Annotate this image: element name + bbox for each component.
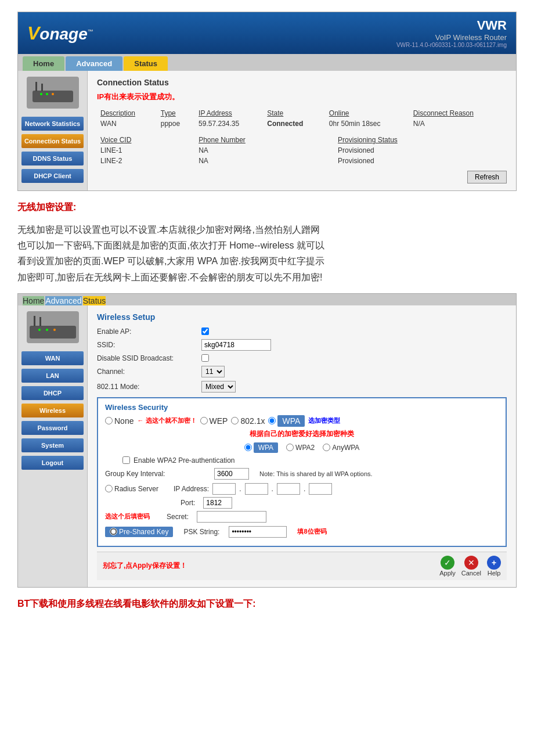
mode-label: 802.11 Mode:: [97, 383, 201, 391]
wireless-nav: Home Advanced Status: [18, 294, 516, 305]
ip-input-3[interactable]: [277, 483, 300, 495]
cell-pppoe: pppoe: [157, 118, 195, 129]
apply-label: Apply: [439, 570, 456, 577]
voice-row-1: LINE-1 NA Provisioned: [97, 145, 507, 156]
router-body: Network Statistics Connection Status DDN…: [18, 71, 516, 190]
radio-anywpa[interactable]: AnyWPA: [323, 444, 359, 452]
ip-address-label: IP Address:: [174, 485, 209, 493]
encryption-row: None ← 选这个就不加密！ WEP 802.1x: [105, 415, 499, 427]
tab-status[interactable]: Status: [124, 56, 168, 71]
sidebar-lan[interactable]: LAN: [21, 369, 84, 383]
wireless-body: WAN LAN DHCP Wireless Password System Lo…: [18, 305, 516, 587]
voice-col-cid: Voice CID: [97, 135, 195, 145]
port-label: Port:: [181, 499, 195, 507]
w-tab-home[interactable]: Home: [23, 296, 44, 305]
router-panel-1: Vonage™ VWR VoIP Wireless Router VWR-11.…: [17, 12, 517, 191]
svg-point-4: [46, 93, 48, 95]
wpa2-preauth-checkbox[interactable]: [122, 456, 130, 464]
wpa-sub-label: WPA: [254, 442, 278, 453]
group-key-row: Group Key Interval: Note: This is shared…: [105, 468, 499, 480]
w-tab-advanced[interactable]: Advanced: [45, 296, 81, 305]
channel-label: Channel:: [97, 368, 201, 376]
enable-ap-row: Enable AP:: [97, 327, 507, 336]
router-header: Vonage™ VWR VoIP Wireless Router VWR-11.…: [18, 12, 516, 54]
wireless-content: Wireless Setup Enable AP: SSID: Disable …: [88, 305, 516, 587]
cancel-label: Cancel: [461, 570, 481, 577]
disable-ssid-label: Disable SSID Broadcast:: [97, 354, 201, 362]
cancel-button[interactable]: ✕ Cancel: [461, 556, 481, 577]
enable-ap-label: Enable AP:: [97, 327, 201, 336]
port-input[interactable]: [203, 497, 232, 509]
bottom-bar: 别忘了,点Apply保存设置！ ✓ Apply ✕ Cancel + Help: [97, 552, 507, 580]
sidebar-wan[interactable]: WAN: [21, 351, 84, 365]
router-sidebar: Network Statistics Connection Status DDN…: [18, 71, 88, 190]
sidebar-wireless[interactable]: Wireless: [21, 404, 84, 417]
radius-section: Radius Server IP Address: . . . Port:: [105, 483, 499, 523]
sidebar-dhcp[interactable]: DHCP: [21, 386, 84, 400]
col-online: Online: [326, 108, 410, 118]
wpa-type-annotation: 根据自己的加密爱好选择加密种类: [105, 429, 499, 439]
svg-rect-0: [33, 91, 73, 102]
table-row: WAN pppoe 59.57.234.35 Connected 0hr 50m…: [97, 118, 507, 129]
wpa-enc-label: WPA: [277, 415, 305, 427]
mode-select[interactable]: Mixed: [201, 381, 236, 393]
anywpa-label: AnyWPA: [332, 444, 359, 452]
psk-radio[interactable]: Pre-Shared Key: [105, 527, 173, 537]
sidebar-logout[interactable]: Logout: [21, 456, 84, 470]
radio-wpa[interactable]: WPA: [268, 415, 305, 427]
ssid-input[interactable]: [201, 339, 271, 351]
cell-state: Connected: [264, 118, 326, 129]
text-body1: 无线加密是可以设置也可以不设置.本店就很少加密对网络,当然怕别人蹭网: [17, 225, 320, 235]
channel-select[interactable]: 11: [201, 366, 225, 377]
radio-wep[interactable]: WEP: [200, 416, 228, 426]
sidebar-connection-status[interactable]: Connection Status: [21, 134, 84, 148]
cell-ip-value: 59.57.234.35: [195, 118, 264, 129]
psk-input[interactable]: [229, 526, 287, 538]
col-description: Description: [97, 108, 157, 118]
status-note: IP有出来表示设置成功。: [97, 92, 507, 102]
sidebar-dhcp-client[interactable]: DHCP Client: [21, 169, 84, 183]
apply-button[interactable]: ✓ Apply: [439, 556, 456, 577]
router-panel-2: Home Advanced Status WAN LAN DHCP Wirele…: [17, 293, 517, 588]
voice-col-phone: Phone Number: [195, 135, 334, 145]
ip-input-2[interactable]: [245, 483, 268, 495]
group-key-input[interactable]: [214, 468, 249, 480]
ip-input-4[interactable]: [309, 483, 332, 495]
w-tab-status[interactable]: Status: [83, 296, 106, 305]
sidebar-network-stats[interactable]: Network Statistics: [21, 117, 84, 131]
radio-none[interactable]: None: [105, 416, 134, 426]
security-title: Wireless Security: [105, 403, 499, 412]
wireless-setup-title: Wireless Setup: [97, 312, 507, 322]
cell-disconnect-reason: N/A: [410, 118, 507, 129]
help-label: Help: [488, 570, 501, 577]
svg-point-11: [53, 329, 56, 331]
radio-wpa2[interactable]: WPA2: [286, 444, 315, 452]
secret-label: Secret:: [167, 513, 189, 521]
connection-status-title: Connection Status: [97, 78, 507, 87]
voice-table: Voice CID Phone Number Provisioning Stat…: [97, 135, 507, 166]
radio-8021x[interactable]: 802.1x: [231, 416, 265, 426]
sidebar-password[interactable]: Password: [21, 421, 84, 435]
sidebar-system[interactable]: System: [21, 438, 84, 452]
ip-input-1[interactable]: [212, 483, 236, 495]
tab-advanced[interactable]: Advanced: [66, 56, 122, 71]
enable-ap-checkbox[interactable]: [201, 327, 209, 335]
psk-row: Pre-Shared Key PSK String: 填8位密码: [105, 526, 499, 538]
refresh-button[interactable]: Refresh: [467, 171, 507, 183]
radius-radio[interactable]: Radius Server: [105, 485, 158, 493]
secret-input[interactable]: [197, 511, 266, 523]
8021x-label: 802.1x: [240, 416, 265, 426]
ssid-row: SSID:: [97, 339, 507, 351]
router-content: Connection Status IP有出来表示设置成功。 Descripti…: [88, 71, 516, 190]
tab-home[interactable]: Home: [23, 56, 64, 71]
sidebar-ddns-status[interactable]: DDNS Status: [21, 152, 84, 165]
disable-ssid-checkbox[interactable]: [201, 354, 209, 362]
radio-wpa-sub[interactable]: WPA: [244, 442, 278, 453]
psk-string-label: PSK String:: [183, 528, 219, 536]
refresh-area: Refresh: [97, 171, 507, 183]
help-button[interactable]: + Help: [487, 556, 501, 577]
cancel-icon: ✕: [464, 556, 478, 570]
text-body2: 也可以加一下密码,下面图就是加密的页面,依次打开 Home--wireless …: [17, 240, 324, 250]
router-subtitle: VoIP Wireless Router: [396, 33, 507, 42]
router-brand: VWR: [396, 18, 507, 33]
